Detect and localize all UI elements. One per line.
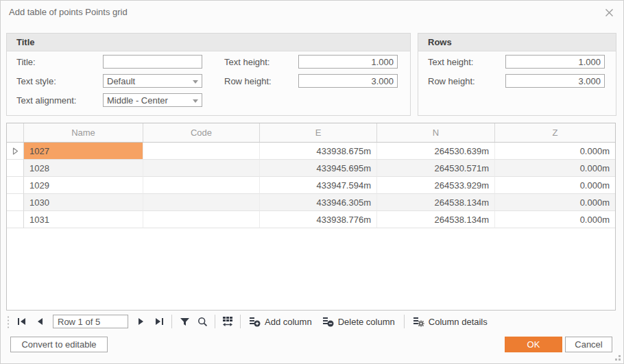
resize-grip-icon[interactable] <box>612 352 621 361</box>
title-groupbox: Title Title: Text style: Default Text al… <box>6 33 411 116</box>
grid-cell-name[interactable]: 1027 <box>24 143 143 160</box>
toolbar-separator <box>240 315 241 328</box>
record-position-input[interactable] <box>53 315 128 328</box>
best-fit-columns-icon[interactable] <box>219 314 237 329</box>
grid-navigator-toolbar: Add column Delete column Column details <box>6 313 493 330</box>
grid-header-cell-e[interactable]: E <box>260 123 377 142</box>
toolbar-separator <box>404 315 405 328</box>
grid-cell-e[interactable]: 433938.776m <box>260 211 377 228</box>
grid-cell-z[interactable]: 0.000m <box>495 143 615 160</box>
grid-row: 1029433947.594m264533.929m0.000m <box>7 177 615 194</box>
title-row-height-input[interactable] <box>298 74 398 88</box>
close-icon[interactable] <box>603 6 615 19</box>
grid-row-selector-cell[interactable] <box>7 177 24 194</box>
grid-header-selector-cell[interactable] <box>7 123 24 142</box>
column-details-button[interactable]: Column details <box>408 314 493 329</box>
grid-row-selector-cell[interactable] <box>7 194 24 211</box>
grid-cell-z[interactable]: 0.000m <box>495 211 615 228</box>
grid-cell-e[interactable]: 433946.305m <box>260 194 377 211</box>
grid-cell-code[interactable] <box>143 177 260 194</box>
chevron-down-icon <box>193 80 198 84</box>
title-text-height-label: Text height: <box>224 57 298 67</box>
grid-cell-z[interactable]: 0.000m <box>495 160 615 177</box>
grid-header-cell-name[interactable]: Name <box>24 123 143 142</box>
column-gear-icon <box>413 317 424 327</box>
grid-cell-name[interactable]: 1030 <box>24 194 143 211</box>
text-alignment-dropdown[interactable]: Middle - Center <box>103 93 202 107</box>
rows-text-height-input[interactable] <box>505 55 605 69</box>
add-column-label: Add column <box>265 317 312 327</box>
grid-header-cell-z[interactable]: Z <box>495 123 615 142</box>
toolbar-drag-handle-icon[interactable] <box>6 315 10 328</box>
row-indicator-arrow-icon[interactable] <box>7 143 24 160</box>
dialog-add-table-of-points: { "window": { "title": "Add table of poi… <box>0 0 624 364</box>
grid-row-selector-cell[interactable] <box>7 211 24 228</box>
grid-row-selector-cell[interactable] <box>7 160 24 177</box>
title-group-header: Title <box>7 34 410 51</box>
next-record-icon[interactable] <box>132 314 150 329</box>
grid-cell-e[interactable]: 433947.594m <box>260 177 377 194</box>
convert-to-editable-label: Convert to editable <box>21 339 96 350</box>
grid-cell-n[interactable]: 264538.134m <box>377 211 495 228</box>
title-row-height-label: Row height: <box>224 76 298 86</box>
grid-header-row: NameCodeENZ <box>7 123 615 143</box>
column-minus-icon <box>323 317 334 327</box>
convert-to-editable-button[interactable]: Convert to editable <box>10 337 108 352</box>
grid-cell-z[interactable]: 0.000m <box>495 177 615 194</box>
rows-groupbox: Rows Text height: Row height: <box>418 33 616 116</box>
grid-cell-e[interactable]: 433938.675m <box>260 143 377 160</box>
grid-cell-code[interactable] <box>143 160 260 177</box>
toolbar-separator <box>171 315 172 328</box>
search-icon[interactable] <box>193 314 211 329</box>
grid-cell-z[interactable]: 0.000m <box>495 194 615 211</box>
grid-header-cell-code[interactable]: Code <box>143 123 260 142</box>
grid-cell-name[interactable]: 1029 <box>24 177 143 194</box>
text-alignment-value: Middle - Center <box>107 95 168 106</box>
text-style-dropdown[interactable]: Default <box>103 74 202 88</box>
grid-cell-n[interactable]: 264530.639m <box>377 143 495 160</box>
points-grid: NameCodeENZ 1027433938.675m264530.639m0.… <box>6 123 616 311</box>
grid-header-cell-n[interactable]: N <box>377 123 495 142</box>
grid-cell-n[interactable]: 264533.929m <box>377 177 495 194</box>
grid-row: 1030433946.305m264538.134m0.000m <box>7 194 615 211</box>
title-label: Title: <box>16 57 103 67</box>
rows-row-height-label: Row height: <box>428 76 505 86</box>
delete-column-label: Delete column <box>338 317 395 327</box>
ok-label: OK <box>527 339 540 350</box>
cancel-button[interactable]: Cancel <box>565 337 612 352</box>
grid-cell-name[interactable]: 1031 <box>24 211 143 228</box>
grid-cell-code[interactable] <box>143 194 260 211</box>
grid-cell-name[interactable]: 1028 <box>24 160 143 177</box>
text-alignment-label: Text alignment: <box>16 95 103 106</box>
grid-cell-n[interactable]: 264530.571m <box>377 160 495 177</box>
text-style-label: Text style: <box>16 76 103 86</box>
grid-cell-e[interactable]: 433945.695m <box>260 160 377 177</box>
grid-cell-code[interactable] <box>143 143 260 160</box>
grid-row: 1028433945.695m264530.571m0.000m <box>7 160 615 177</box>
add-column-button[interactable]: Add column <box>244 314 317 329</box>
cancel-label: Cancel <box>575 339 602 350</box>
previous-record-icon[interactable] <box>31 314 49 329</box>
text-style-value: Default <box>107 76 135 86</box>
toolbar-separator <box>215 315 215 328</box>
title-text-height-input[interactable] <box>298 55 398 69</box>
delete-column-button[interactable]: Delete column <box>317 314 400 329</box>
first-record-icon[interactable] <box>13 314 31 329</box>
filter-funnel-icon[interactable] <box>176 314 193 329</box>
grid-body: 1027433938.675m264530.639m0.000m10284339… <box>7 143 615 228</box>
grid-cell-n[interactable]: 264538.134m <box>377 194 495 211</box>
last-record-icon[interactable] <box>150 314 168 329</box>
window-title: Add table of points Points grid <box>9 7 128 17</box>
ok-button[interactable]: OK <box>505 337 562 352</box>
rows-text-height-label: Text height: <box>428 57 505 67</box>
grid-row: 1027433938.675m264530.639m0.000m <box>7 143 615 160</box>
grid-row: 1031433938.776m264538.134m0.000m <box>7 211 615 228</box>
rows-row-height-input[interactable] <box>505 74 605 88</box>
column-plus-icon <box>250 317 261 327</box>
chevron-down-icon <box>193 99 198 103</box>
title-input[interactable] <box>103 55 202 69</box>
column-details-label: Column details <box>429 317 488 327</box>
rows-group-header: Rows <box>418 34 616 51</box>
grid-cell-code[interactable] <box>143 211 260 228</box>
window-titlebar: Add table of points Points grid <box>1 1 623 24</box>
